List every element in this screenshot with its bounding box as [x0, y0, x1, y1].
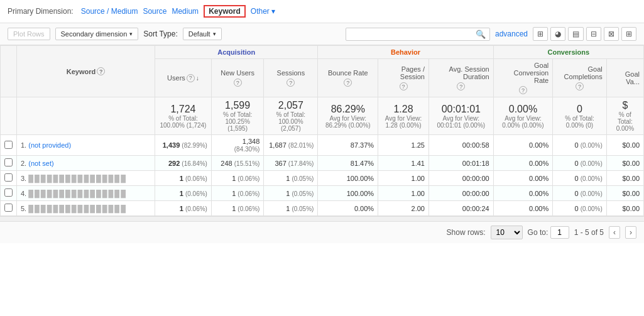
new-users-cell: 1 (0.06%)	[211, 186, 263, 201]
keyword-link[interactable]: (not set)	[28, 160, 53, 167]
keyword-column-label: Keyword	[67, 68, 96, 75]
pages-session-cell: 2.00	[378, 201, 429, 216]
row-checkbox[interactable]	[4, 188, 13, 197]
search-icon[interactable]: 🔍	[476, 30, 486, 39]
keyword-help-icon[interactable]: ?	[97, 67, 105, 75]
users-cell: 292 (16.84%)	[155, 156, 212, 171]
table-row: 3. ████████████████ 1 (0.06%) 1 (0.06%) …	[1, 171, 644, 186]
dim-source-medium[interactable]: Source / Medium	[81, 7, 138, 16]
dim-keyword-active[interactable]: Keyword	[204, 5, 246, 18]
users-cell: 1 (0.06%)	[155, 171, 212, 186]
bounce-rate-cell: 87.37%	[318, 135, 378, 156]
sessions-cell: 367 (17.84%)	[264, 156, 318, 171]
goal-value-header: Goal Va...	[606, 59, 643, 97]
goal-value-cell: $0.00	[606, 201, 643, 216]
checkbox-header-cell	[1, 46, 17, 97]
prev-page-button[interactable]: ‹	[609, 226, 620, 239]
users-cell: 1 (0.06%)	[155, 201, 212, 216]
goal-value-cell: $0.00	[606, 156, 643, 171]
goal-value-cell: $0.00	[606, 171, 643, 186]
users-header: Users ? ↓	[155, 59, 212, 97]
keyword-cell: 4. ████████████████	[17, 186, 155, 201]
horizontal-scrollbar[interactable]	[0, 216, 644, 221]
goal-conv-rate-cell: 0.00%	[493, 156, 553, 171]
sort-type-dropdown[interactable]: Default ▾	[183, 28, 222, 40]
dim-medium[interactable]: Medium	[172, 7, 199, 16]
view-bar-button[interactable]: ▤	[568, 27, 584, 41]
search-input[interactable]	[350, 30, 476, 38]
avg-session-cell: 00:00:00	[428, 171, 493, 186]
bounce-rate-cell: 100.00%	[318, 186, 378, 201]
data-table: Keyword ? Acquisition Behavior Conversio…	[0, 45, 644, 216]
new-users-header: New Users ?	[211, 59, 263, 97]
primary-dimension-bar: Primary Dimension: Source / Medium Sourc…	[0, 0, 644, 23]
sessions-header: Sessions ?	[264, 59, 318, 97]
toolbar: Plot Rows Secondary dimension ▾ Sort Typ…	[0, 23, 644, 45]
conversions-group-header: Conversions	[493, 46, 643, 59]
row-number: 3.	[21, 175, 26, 182]
row-checkbox-cell	[1, 156, 17, 171]
table-row: 5. ████████████████ 1 (0.06%) 1 (0.06%) …	[1, 201, 644, 216]
data-table-container: Keyword ? Acquisition Behavior Conversio…	[0, 45, 644, 216]
new-users-help-icon[interactable]: ?	[234, 79, 242, 87]
pages-session-cell: 1.41	[378, 156, 429, 171]
sort-type-label: Sort Type:	[143, 30, 177, 38]
sessions-cell: 1,687 (82.01%)	[264, 135, 318, 156]
keyword-link[interactable]: (not provided)	[28, 141, 71, 149]
bounce-rate-help-icon[interactable]: ?	[344, 79, 352, 87]
goal-conv-rate-help-icon[interactable]: ?	[519, 86, 527, 94]
bounce-rate-cell: 100.00%	[318, 171, 378, 186]
pages-session-cell: 1.00	[378, 171, 429, 186]
new-users-cell: 248 (15.51%)	[211, 156, 263, 171]
summary-goal-value: $ % of Total: 0.00%	[606, 97, 643, 135]
row-checkbox[interactable]	[4, 173, 13, 182]
row-checkbox-cell	[1, 171, 17, 186]
view-pie-button[interactable]: ◕	[550, 27, 565, 41]
show-rows-select[interactable]: 10 25 50 100 500	[491, 226, 523, 239]
sessions-cell: 1 (0.05%)	[264, 171, 318, 186]
goto-input[interactable]	[550, 226, 569, 239]
plot-rows-button[interactable]: Plot Rows	[8, 28, 50, 40]
pages-session-help-icon[interactable]: ?	[400, 82, 408, 90]
avg-session-help-icon[interactable]: ?	[457, 82, 465, 90]
row-checkbox[interactable]	[4, 158, 13, 166]
goal-completions-help-icon[interactable]: ?	[576, 82, 584, 90]
keyword-cell: 3. ████████████████	[17, 171, 155, 186]
avg-session-cell: 00:01:18	[428, 156, 493, 171]
row-checkbox[interactable]	[4, 141, 13, 149]
goal-value-cell: $0.00	[606, 186, 643, 201]
keyword-cell: 2. (not set)	[17, 156, 155, 171]
chevron-down-icon-sort: ▾	[213, 31, 216, 37]
sessions-cell: 1 (0.05%)	[264, 201, 318, 216]
row-number: 4.	[21, 190, 26, 197]
dim-source[interactable]: Source	[143, 7, 166, 16]
goal-conv-rate-cell: 0.00%	[493, 135, 553, 156]
users-help-icon[interactable]: ?	[187, 74, 195, 82]
sort-arrow-icon[interactable]: ↓	[196, 75, 199, 82]
summary-sessions: 2,057 % of Total: 100.00% (2,057)	[264, 97, 318, 135]
avg-session-cell: 00:00:24	[428, 201, 493, 216]
view-line-button[interactable]: ⊟	[586, 27, 601, 41]
next-page-button[interactable]: ›	[625, 226, 636, 239]
pages-session-cell: 1.25	[378, 135, 429, 156]
view-icons: ⊞ ◕ ▤ ⊟ ⊠ ⊞	[533, 27, 636, 41]
view-table-button[interactable]: ⊞	[621, 27, 636, 41]
row-checkbox[interactable]	[4, 204, 13, 212]
summary-row: 1,724 % of Total: 100.00% (1,724) 1,599 …	[1, 97, 644, 135]
secondary-dimension-dropdown[interactable]: Secondary dimension ▾	[55, 28, 139, 40]
goal-conv-rate-cell: 0.00%	[493, 201, 553, 216]
view-grid-button[interactable]: ⊞	[533, 27, 548, 41]
sessions-help-icon[interactable]: ?	[287, 79, 295, 87]
users-cell: 1,439 (82.99%)	[155, 135, 212, 156]
pages-session-header: Pages / Session ?	[378, 59, 429, 97]
view-scatter-button[interactable]: ⊠	[604, 27, 619, 41]
goal-value-cell: $0.00	[606, 135, 643, 156]
goal-conv-rate-cell: 0.00%	[493, 186, 553, 201]
row-checkbox-cell	[1, 135, 17, 156]
keyword-header-spacer: Keyword ?	[17, 46, 155, 97]
summary-bounce-rate: 86.29% Avg for View: 86.29% (0.00%)	[318, 97, 378, 135]
summary-goal-completions: 0 % of Total: 0.00% (0)	[553, 97, 607, 135]
dim-other[interactable]: Other ▾	[251, 7, 275, 16]
advanced-link[interactable]: advanced	[495, 30, 528, 38]
table-row: 2. (not set) 292 (16.84%) 248 (15.51%) 3…	[1, 156, 644, 171]
